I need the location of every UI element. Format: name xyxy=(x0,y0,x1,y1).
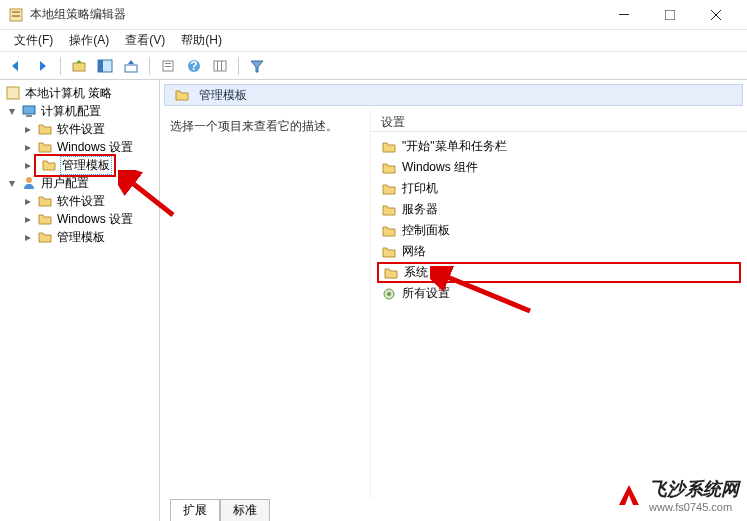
setting-network[interactable]: 网络 xyxy=(377,241,741,262)
menu-action[interactable]: 操作(A) xyxy=(61,30,117,51)
policy-icon xyxy=(5,85,21,101)
menu-file[interactable]: 文件(F) xyxy=(6,30,61,51)
tree-admin-templates[interactable]: ▸ 管理模板 xyxy=(0,156,159,174)
description-pane: 选择一个项目来查看它的描述。 xyxy=(160,110,370,499)
setting-label: 服务器 xyxy=(402,201,438,218)
filter-button[interactable] xyxy=(245,55,269,77)
tree-label: 软件设置 xyxy=(56,193,106,210)
folder-icon xyxy=(174,87,190,103)
content-area: 本地计算机 策略 ▾ 计算机配置 ▸ 软件设置 ▸ Windows 设置 ▸ 管… xyxy=(0,80,747,521)
setting-all-settings[interactable]: 所有设置 xyxy=(377,283,741,304)
setting-label: 控制面板 xyxy=(402,222,450,239)
watermark-url: www.fs0745.com xyxy=(649,501,739,513)
menu-bar: 文件(F) 操作(A) 查看(V) 帮助(H) xyxy=(0,30,747,52)
forward-button[interactable] xyxy=(30,55,54,77)
watermark-name: 飞沙系统网 xyxy=(649,477,739,501)
list-area: 选择一个项目来查看它的描述。 设置 "开始"菜单和任务栏 Windows 组件 xyxy=(160,110,747,499)
up-button[interactable] xyxy=(67,55,91,77)
tree-label: 管理模板 xyxy=(60,156,112,175)
folder-icon xyxy=(37,193,53,209)
tree-root[interactable]: 本地计算机 策略 xyxy=(0,84,159,102)
window-title: 本地组策略编辑器 xyxy=(30,6,601,23)
svg-point-27 xyxy=(26,177,32,183)
setting-system[interactable]: 系统 xyxy=(377,262,741,283)
expand-icon[interactable]: ▸ xyxy=(22,212,34,226)
highlight-box: 管理模板 xyxy=(34,154,116,177)
setting-control-panel[interactable]: 控制面板 xyxy=(377,220,741,241)
folder-icon xyxy=(381,223,397,239)
close-button[interactable] xyxy=(693,0,739,30)
nav-tree[interactable]: 本地计算机 策略 ▾ 计算机配置 ▸ 软件设置 ▸ Windows 设置 ▸ 管… xyxy=(0,80,160,521)
svg-point-29 xyxy=(387,292,391,296)
expand-icon[interactable]: ▸ xyxy=(22,122,34,136)
svg-rect-21 xyxy=(217,61,218,71)
app-icon xyxy=(8,7,24,23)
setting-printer[interactable]: 打印机 xyxy=(377,178,741,199)
svg-marker-23 xyxy=(251,61,263,72)
expand-icon[interactable]: ▸ xyxy=(22,158,34,172)
menu-help[interactable]: 帮助(H) xyxy=(173,30,230,51)
menu-view[interactable]: 查看(V) xyxy=(117,30,173,51)
export-list-button[interactable] xyxy=(119,55,143,77)
tree-software-settings[interactable]: ▸ 软件设置 xyxy=(0,120,159,138)
svg-marker-14 xyxy=(128,60,134,64)
svg-rect-4 xyxy=(665,10,675,20)
tab-extended[interactable]: 扩展 xyxy=(170,499,220,521)
maximize-button[interactable] xyxy=(647,0,693,30)
expand-icon[interactable]: ▸ xyxy=(22,194,34,208)
toolbar-separator xyxy=(149,57,150,75)
settings-header[interactable]: 设置 xyxy=(371,110,747,132)
settings-list: "开始"菜单和任务栏 Windows 组件 打印机 服务器 xyxy=(371,132,747,308)
svg-rect-20 xyxy=(214,61,226,71)
folder-icon xyxy=(381,160,397,176)
tree-software-settings[interactable]: ▸ 软件设置 xyxy=(0,192,159,210)
minimize-button[interactable] xyxy=(601,0,647,30)
svg-rect-13 xyxy=(125,65,137,72)
computer-icon xyxy=(21,103,37,119)
svg-rect-16 xyxy=(165,63,171,64)
setting-server[interactable]: 服务器 xyxy=(377,199,741,220)
description-text: 选择一个项目来查看它的描述。 xyxy=(170,118,360,135)
collapse-icon[interactable]: ▾ xyxy=(6,176,18,190)
folder-icon xyxy=(37,229,53,245)
title-bar: 本地组策略编辑器 xyxy=(0,0,747,30)
tree-user-config[interactable]: ▾ 用户配置 xyxy=(0,174,159,192)
expand-icon[interactable]: ▸ xyxy=(22,230,34,244)
watermark-icon xyxy=(615,481,643,509)
svg-rect-17 xyxy=(165,66,171,67)
show-hide-tree-button[interactable] xyxy=(93,55,117,77)
folder-icon xyxy=(37,211,53,227)
setting-label: 所有设置 xyxy=(402,285,450,302)
svg-rect-9 xyxy=(73,63,85,71)
details-pane: 管理模板 选择一个项目来查看它的描述。 设置 "开始"菜单和任务栏 Window… xyxy=(160,80,747,521)
svg-rect-22 xyxy=(221,61,222,71)
watermark: 飞沙系统网 www.fs0745.com xyxy=(615,477,739,513)
svg-marker-10 xyxy=(76,60,82,63)
tree-label: 本地计算机 策略 xyxy=(24,85,113,102)
properties-button[interactable] xyxy=(156,55,180,77)
folder-icon xyxy=(381,181,397,197)
setting-startmenu[interactable]: "开始"菜单和任务栏 xyxy=(377,136,741,157)
refresh-button[interactable] xyxy=(208,55,232,77)
path-bar: 管理模板 xyxy=(164,84,743,106)
svg-marker-8 xyxy=(40,61,46,71)
tree-computer-config[interactable]: ▾ 计算机配置 xyxy=(0,102,159,120)
folder-icon xyxy=(381,244,397,260)
setting-label: 网络 xyxy=(402,243,426,260)
tab-standard[interactable]: 标准 xyxy=(220,499,270,521)
back-button[interactable] xyxy=(4,55,28,77)
svg-rect-2 xyxy=(12,15,20,17)
svg-rect-24 xyxy=(7,87,19,99)
svg-marker-7 xyxy=(12,61,18,71)
setting-windows-components[interactable]: Windows 组件 xyxy=(377,157,741,178)
help-button[interactable]: ? xyxy=(182,55,206,77)
tree-label: 软件设置 xyxy=(56,121,106,138)
svg-rect-12 xyxy=(98,60,103,72)
collapse-icon[interactable]: ▾ xyxy=(6,104,18,118)
svg-rect-25 xyxy=(23,106,35,114)
setting-label: 打印机 xyxy=(402,180,438,197)
settings-icon xyxy=(381,286,397,302)
expand-icon[interactable]: ▸ xyxy=(22,140,34,154)
tree-admin-templates[interactable]: ▸ 管理模板 xyxy=(0,228,159,246)
tree-windows-settings[interactable]: ▸ Windows 设置 xyxy=(0,210,159,228)
